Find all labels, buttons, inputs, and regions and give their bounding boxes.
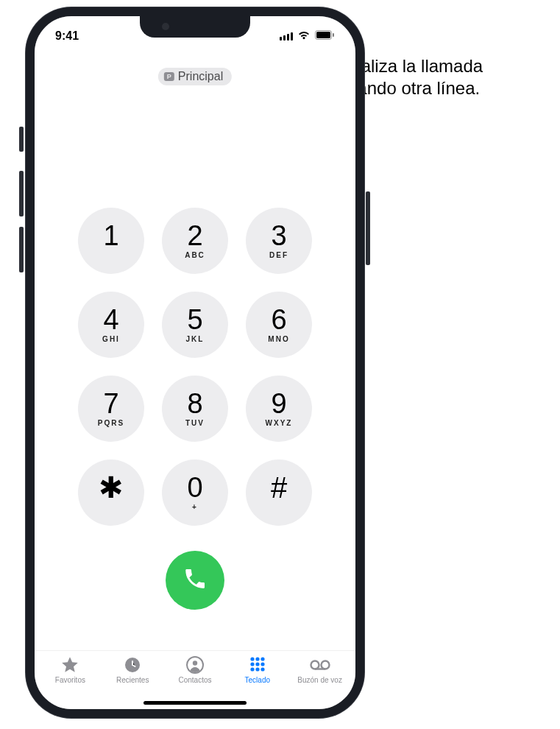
svg-point-15: [311, 661, 319, 669]
svg-point-7: [255, 657, 259, 661]
svg-point-10: [255, 662, 259, 666]
tab-label: Favoritos: [55, 676, 85, 684]
callout-text: Realiza la llamada usando otra línea.: [339, 55, 545, 99]
key-digit: #: [271, 476, 287, 499]
key-letters: WXYZ: [266, 419, 293, 428]
key-letters: DEF: [269, 251, 288, 260]
screen: 9:41 P Principal 1: [35, 16, 355, 709]
line-selector-label: Principal: [178, 70, 223, 83]
key-8[interactable]: 8 TUV: [162, 376, 228, 442]
tab-recents[interactable]: Recientes: [102, 655, 164, 684]
tab-bar: Favoritos Recientes Contactos: [35, 650, 355, 702]
key-digit: 4: [103, 306, 118, 334]
svg-point-14: [260, 667, 264, 671]
tab-keypad[interactable]: Teclado: [226, 655, 288, 684]
mute-switch: [19, 127, 24, 152]
tab-label: Teclado: [245, 676, 270, 684]
battery-icon: [315, 29, 335, 43]
phone-icon: [182, 566, 208, 594]
star-icon: [60, 655, 79, 675]
svg-point-6: [250, 657, 254, 661]
key-digit: 1: [103, 222, 118, 250]
clock-icon: [124, 655, 141, 675]
key-digit: 5: [187, 306, 202, 334]
key-letters: ABC: [185, 251, 205, 260]
person-circle-icon: [186, 655, 204, 675]
voicemail-icon: [309, 655, 331, 675]
tab-label: Recientes: [116, 676, 149, 684]
key-3[interactable]: 3 DEF: [246, 208, 312, 274]
tab-contacts[interactable]: Contactos: [164, 655, 227, 684]
svg-rect-1: [316, 32, 330, 38]
call-button[interactable]: [166, 551, 224, 610]
cellular-signal-icon: [280, 32, 293, 40]
iphone-frame: 9:41 P Principal 1: [26, 7, 364, 718]
key-5[interactable]: 5 JKL: [162, 292, 228, 358]
key-digit: 9: [271, 390, 286, 418]
key-digit: 0: [187, 473, 202, 501]
call-row: [35, 551, 355, 610]
svg-point-9: [250, 662, 254, 666]
volume-up-button: [19, 171, 24, 216]
svg-rect-2: [333, 33, 334, 37]
status-right: [280, 29, 335, 43]
key-letters: TUV: [185, 419, 205, 428]
key-digit: 7: [103, 390, 118, 418]
svg-point-13: [255, 667, 259, 671]
tab-label: Buzón de voz: [297, 676, 342, 684]
svg-point-16: [321, 661, 329, 669]
svg-point-5: [193, 661, 197, 665]
svg-point-8: [260, 657, 264, 661]
home-indicator: [143, 701, 247, 705]
tab-favorites[interactable]: Favoritos: [39, 655, 102, 684]
side-button: [366, 191, 370, 265]
key-digit: 3: [271, 222, 286, 250]
key-letters: PQRS: [98, 419, 124, 428]
key-7[interactable]: 7 PQRS: [78, 376, 144, 442]
key-6[interactable]: 6 MNO: [246, 292, 312, 358]
keypad: 1 2 ABC 3 DEF 4 GHI 5 JKL 6 MNO: [35, 208, 355, 526]
key-star[interactable]: ✱: [78, 459, 144, 526]
status-time: 9:41: [55, 29, 79, 43]
key-4[interactable]: 4 GHI: [78, 292, 144, 358]
key-letters: JKL: [186, 335, 205, 344]
key-1[interactable]: 1: [78, 208, 144, 274]
wifi-icon: [297, 29, 311, 43]
key-letters: GHI: [102, 335, 120, 344]
key-0[interactable]: 0 +: [162, 459, 228, 526]
key-9[interactable]: 9 WXYZ: [246, 376, 312, 442]
svg-point-11: [260, 662, 264, 666]
status-bar: 9:41: [35, 25, 355, 47]
keypad-icon: [249, 655, 266, 675]
key-digit: 6: [271, 306, 286, 334]
tab-label: Contactos: [178, 676, 211, 684]
key-letters: +: [192, 503, 198, 512]
key-digit: 2: [187, 222, 202, 250]
key-digit: ✱: [99, 476, 124, 499]
key-letters: MNO: [268, 335, 289, 344]
key-2[interactable]: 2 ABC: [162, 208, 228, 274]
key-hash[interactable]: #: [246, 459, 312, 526]
line-selector[interactable]: P Principal: [158, 68, 232, 85]
volume-down-button: [19, 227, 24, 272]
key-digit: 8: [187, 390, 202, 418]
svg-point-12: [250, 667, 254, 671]
sim-badge-icon: P: [164, 72, 174, 81]
tab-voicemail[interactable]: Buzón de voz: [288, 655, 351, 684]
